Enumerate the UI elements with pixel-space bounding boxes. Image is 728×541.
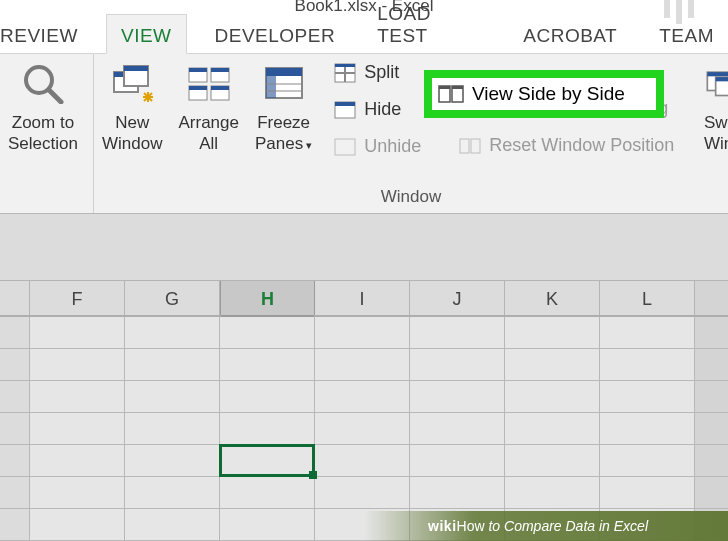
column-header[interactable]: I	[315, 281, 410, 315]
column-header[interactable]: J	[410, 281, 505, 315]
view-side-by-side-label: View Side by Side	[472, 83, 625, 105]
cell[interactable]	[315, 349, 410, 380]
cell[interactable]	[30, 381, 125, 412]
cell[interactable]	[315, 413, 410, 444]
row-gutter	[0, 381, 30, 412]
reset-window-position-label: Reset Window Position	[489, 135, 674, 156]
svg-rect-29	[335, 139, 355, 155]
split-icon	[334, 63, 356, 83]
cell[interactable]	[125, 317, 220, 348]
fill-handle[interactable]	[309, 471, 317, 479]
cell[interactable]	[220, 477, 315, 508]
cell[interactable]	[30, 477, 125, 508]
cell[interactable]	[410, 477, 505, 508]
arrange-all-icon	[185, 62, 233, 104]
cell[interactable]	[505, 349, 600, 380]
cell[interactable]	[600, 477, 695, 508]
tab-view[interactable]: VIEW	[106, 14, 187, 54]
switch-windows-button[interactable]: Sw Winc	[698, 54, 728, 155]
zoom-to-selection-button[interactable]: Zoom to Selection	[0, 54, 86, 155]
tab-acrobat[interactable]: ACROBAT	[509, 15, 631, 53]
new-window-button[interactable]: New Window	[94, 54, 170, 155]
cell[interactable]	[315, 317, 410, 348]
svg-rect-41	[452, 86, 463, 89]
reset-window-position-button: Reset Window Position	[453, 131, 680, 160]
cell[interactable]	[220, 413, 315, 444]
grid-rows[interactable]	[0, 317, 728, 541]
cell[interactable]	[505, 317, 600, 348]
cell[interactable]	[505, 381, 600, 412]
cell[interactable]	[410, 317, 505, 348]
cell[interactable]	[30, 413, 125, 444]
svg-rect-40	[439, 86, 450, 89]
column-header[interactable]: K	[505, 281, 600, 315]
cell[interactable]	[125, 445, 220, 476]
svg-rect-17	[211, 86, 229, 90]
worksheet[interactable]: FGHIJKL	[0, 280, 728, 541]
column-header-gutter	[0, 281, 30, 315]
unhide-icon	[334, 137, 356, 157]
row-gutter	[0, 445, 30, 476]
svg-rect-26	[335, 64, 355, 67]
table-row	[0, 349, 728, 381]
row-gutter	[0, 477, 30, 508]
cell[interactable]	[600, 445, 695, 476]
side-by-side-icon	[438, 83, 464, 105]
cell[interactable]	[600, 349, 695, 380]
how-text: How	[457, 518, 485, 534]
cell[interactable]	[30, 349, 125, 380]
cell[interactable]	[315, 477, 410, 508]
svg-rect-5	[124, 66, 148, 71]
column-header[interactable]: L	[600, 281, 695, 315]
split-button[interactable]: Split	[328, 58, 427, 87]
arrange-all-label: Arrange All	[178, 112, 238, 155]
column-header[interactable]: F	[30, 281, 125, 315]
freeze-panes-label: Freeze Panes ▾	[255, 112, 312, 155]
hide-label: Hide	[364, 99, 401, 120]
column-headers: FGHIJKL	[0, 280, 728, 317]
cell[interactable]	[410, 413, 505, 444]
cell[interactable]	[600, 413, 695, 444]
cell[interactable]	[505, 445, 600, 476]
view-side-by-side-button[interactable]: View Side by Side	[424, 70, 664, 118]
hide-button[interactable]: Hide	[328, 95, 427, 124]
svg-rect-15	[189, 86, 207, 90]
column-header[interactable]: H	[220, 281, 315, 315]
active-cell-cursor[interactable]	[219, 444, 315, 477]
cell[interactable]	[220, 349, 315, 380]
cell[interactable]	[30, 317, 125, 348]
tab-review[interactable]: REVIEW	[0, 15, 92, 53]
tab-developer[interactable]: DEVELOPER	[201, 15, 350, 53]
cell[interactable]	[30, 445, 125, 476]
cell[interactable]	[600, 317, 695, 348]
switch-windows-icon	[704, 62, 728, 104]
table-row	[0, 381, 728, 413]
cell[interactable]	[600, 381, 695, 412]
svg-rect-37	[716, 77, 728, 81]
cell[interactable]	[125, 381, 220, 412]
cell[interactable]	[315, 381, 410, 412]
cell[interactable]	[125, 477, 220, 508]
cell[interactable]	[220, 381, 315, 412]
cell[interactable]	[505, 477, 600, 508]
unhide-button: Unhide	[328, 132, 427, 161]
freeze-panes-button[interactable]: Freeze Panes ▾	[247, 54, 320, 155]
cell[interactable]	[220, 317, 315, 348]
table-row	[0, 445, 728, 477]
cell[interactable]	[125, 413, 220, 444]
svg-rect-32	[460, 139, 469, 153]
cell[interactable]	[125, 349, 220, 380]
cell[interactable]	[410, 445, 505, 476]
group-zoom-label	[0, 205, 93, 213]
new-window-label: New Window	[102, 112, 162, 155]
svg-rect-33	[471, 139, 480, 153]
reset-position-icon	[459, 136, 481, 156]
cell[interactable]	[315, 445, 410, 476]
column-header[interactable]: G	[125, 281, 220, 315]
cell[interactable]	[410, 349, 505, 380]
arrange-all-button[interactable]: Arrange All	[170, 54, 246, 155]
table-row	[0, 413, 728, 445]
cell[interactable]	[410, 381, 505, 412]
cell[interactable]	[505, 413, 600, 444]
switch-windows-label: Sw Winc	[704, 112, 720, 155]
